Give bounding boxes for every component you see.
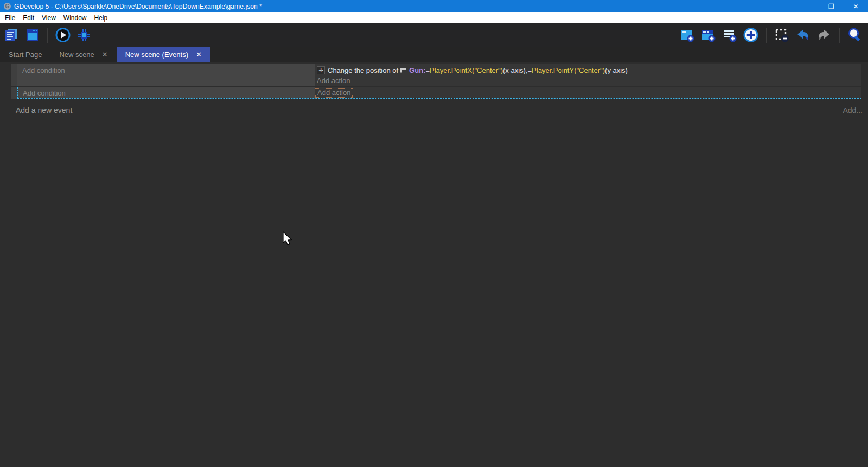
conditions-cell[interactable]: Add condition [18, 87, 315, 98]
titlebar: G GDevelop 5 - C:\Users\Sparkle\OneDrive… [0, 0, 868, 12]
menu-view[interactable]: View [38, 12, 60, 23]
menu-file[interactable]: File [1, 12, 19, 23]
tab-close-icon[interactable]: ✕ [102, 51, 108, 59]
remove-selection-icon[interactable] [774, 28, 789, 43]
tab-bar: Start Page New scene ✕ New scene (Events… [0, 47, 868, 62]
add-condition-placeholder[interactable]: Add condition [23, 89, 66, 97]
add-action-placeholder[interactable]: Add action [315, 75, 861, 85]
add-circle-icon[interactable] [743, 28, 758, 43]
action-text: = [528, 66, 532, 74]
search-icon[interactable] [847, 28, 863, 43]
tab-new-scene-events[interactable]: New scene (Events) ✕ [117, 47, 210, 62]
event-grip-handle[interactable] [11, 64, 17, 86]
gdevelop-logo-icon: G [4, 3, 11, 10]
menu-window[interactable]: Window [60, 12, 91, 23]
tab-label: New scene [59, 51, 94, 59]
gun-object-icon [399, 67, 407, 73]
event-row-2: Add condition Add action [11, 87, 861, 99]
expression-x: Player.PointX("Center") [430, 66, 503, 74]
event-grip-handle[interactable] [11, 87, 17, 99]
minimize-button[interactable]: — [795, 0, 819, 12]
redo-icon[interactable] [816, 28, 832, 43]
add-new-event-button[interactable]: Add a new event [16, 106, 72, 115]
tab-close-icon[interactable]: ✕ [196, 51, 202, 59]
window-title: GDevelop 5 - C:\Users\Sparkle\OneDrive\D… [14, 3, 795, 10]
add-action-placeholder[interactable]: Add action [315, 88, 353, 98]
menu-help[interactable]: Help [91, 12, 112, 23]
toolbar-separator [47, 28, 48, 43]
undo-icon[interactable] [795, 28, 810, 43]
project-manager-icon[interactable] [3, 28, 18, 43]
add-condition-placeholder[interactable]: Add condition [22, 66, 65, 74]
action-text: (y axis) [605, 66, 628, 74]
conditions-cell[interactable]: Add condition [17, 64, 315, 86]
menu-edit[interactable]: Edit [19, 12, 38, 23]
add-comment-icon[interactable] [722, 28, 737, 43]
toolbar-separator [766, 28, 767, 43]
action-text: = [425, 66, 430, 74]
actions-cell[interactable]: Add action [315, 87, 861, 98]
toolbar-separator [839, 28, 840, 43]
tab-label: New scene (Events) [125, 51, 188, 59]
add-event-icon[interactable] [680, 28, 695, 43]
add-sub-event-icon[interactable] [701, 28, 716, 43]
tab-start-page[interactable]: Start Page [0, 47, 50, 62]
debugger-icon[interactable] [76, 28, 92, 43]
scene-editor-icon[interactable] [24, 28, 40, 43]
object-name: Gun [409, 66, 423, 74]
tab-new-scene[interactable]: New scene ✕ [50, 47, 116, 62]
action-change-position[interactable]: ✛ Change the position of Gun : = Player.… [315, 65, 861, 75]
close-button[interactable]: ✕ [844, 0, 868, 12]
toolbar [0, 23, 868, 47]
event-row-1: Add condition ✛ Change the position of G… [11, 64, 861, 86]
selected-event-outline[interactable]: Add condition Add action [17, 87, 861, 99]
actions-cell[interactable]: ✛ Change the position of Gun : = Player.… [315, 64, 861, 86]
action-text: Change the position of [328, 66, 398, 74]
add-more-button[interactable]: Add... [843, 106, 863, 115]
events-footer: Add a new event Add... [16, 106, 863, 115]
tab-label: Start Page [9, 51, 42, 59]
restore-button[interactable]: ❐ [819, 0, 844, 12]
events-sheet: Add condition ✛ Change the position of G… [0, 62, 868, 467]
position-action-icon: ✛ [317, 66, 325, 74]
play-preview-icon[interactable] [55, 28, 71, 43]
menu-bar: File Edit View Window Help [0, 12, 868, 23]
action-text: (x axis), [503, 66, 528, 74]
expression-y: Player.PointY("Center") [532, 66, 605, 74]
